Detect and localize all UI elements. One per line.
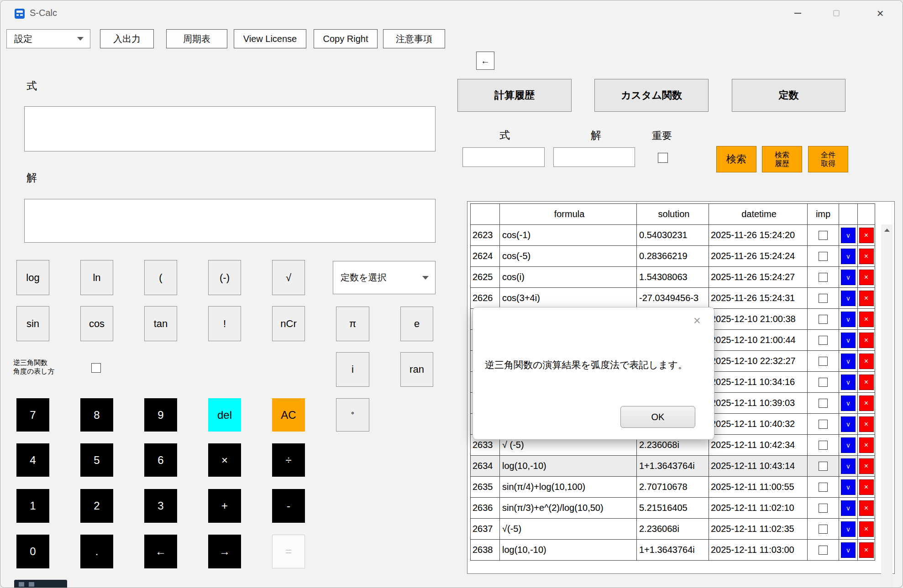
table-row[interactable]: 2634 log(10,-10) 1+1.3643764i 2025-12-11… bbox=[471, 456, 875, 477]
row-delete-button[interactable]: × bbox=[859, 542, 874, 558]
row-flag-button[interactable]: v bbox=[841, 437, 856, 453]
search-button[interactable]: 検索 bbox=[716, 146, 756, 172]
table-row[interactable]: 2638 log(10,-10) 1+1.3643764i 2025-12-11… bbox=[471, 540, 875, 561]
close-button[interactable]: × bbox=[866, 0, 894, 26]
imp-checkbox[interactable] bbox=[819, 231, 828, 240]
row-flag-button[interactable]: v bbox=[841, 333, 856, 348]
row-flag-button[interactable]: v bbox=[841, 375, 856, 390]
row-flag-button[interactable]: v bbox=[841, 270, 856, 285]
row-delete-button[interactable]: × bbox=[859, 270, 874, 285]
key-3[interactable]: 3 bbox=[144, 489, 177, 523]
minus-key[interactable]: - bbox=[272, 489, 305, 523]
row-delete-button[interactable]: × bbox=[859, 249, 874, 264]
all-clear-key[interactable]: AC bbox=[272, 398, 305, 432]
table-row[interactable]: 2624 cos(-5) 0.28366219 2025-11-26 15:24… bbox=[471, 246, 875, 267]
col-datetime-header[interactable]: datetime bbox=[709, 204, 808, 225]
row-delete-button[interactable]: × bbox=[859, 437, 874, 453]
back-button[interactable]: ← bbox=[476, 52, 494, 70]
table-row[interactable]: 2636 sin(π/3)+e^(2)/log(10,50) 5.2151640… bbox=[471, 498, 875, 519]
imp-checkbox[interactable] bbox=[819, 462, 828, 471]
e-button[interactable]: e bbox=[400, 307, 433, 341]
multiply-key[interactable]: × bbox=[208, 443, 241, 477]
table-row[interactable]: 2626 cos(3+4i) -27.0349456-3 2025-11-26 … bbox=[471, 288, 875, 309]
search-formula-input[interactable] bbox=[462, 147, 545, 167]
dialog-close-button[interactable]: × bbox=[688, 312, 706, 329]
key-9[interactable]: 9 bbox=[144, 398, 177, 432]
row-flag-button[interactable]: v bbox=[841, 458, 856, 474]
row-flag-button[interactable]: v bbox=[841, 249, 856, 264]
cursor-right-key[interactable]: → bbox=[208, 535, 241, 568]
imp-checkbox[interactable] bbox=[819, 252, 828, 261]
constant-select[interactable]: 定数を選択 bbox=[333, 261, 436, 294]
row-flag-button[interactable]: v bbox=[841, 312, 856, 327]
row-flag-button[interactable]: v bbox=[841, 500, 856, 516]
key-8[interactable]: 8 bbox=[80, 398, 113, 432]
row-flag-button[interactable]: v bbox=[841, 228, 856, 243]
delete-key[interactable]: del bbox=[208, 398, 241, 432]
row-delete-button[interactable]: × bbox=[859, 375, 874, 390]
imp-checkbox[interactable] bbox=[819, 420, 828, 429]
row-flag-button[interactable]: v bbox=[841, 395, 856, 411]
table-row[interactable]: 2625 cos(i) 1.54308063 2025-11-26 15:24:… bbox=[471, 267, 875, 288]
row-flag-button[interactable]: v bbox=[841, 416, 856, 432]
maximize-button[interactable] bbox=[822, 0, 850, 26]
col-id-header[interactable] bbox=[471, 204, 500, 225]
table-row[interactable]: 2635 sin(π/4)+log(10,100) 2.70710678 202… bbox=[471, 477, 875, 498]
row-flag-button[interactable]: v bbox=[841, 542, 856, 558]
col-imp-header[interactable]: imp bbox=[808, 204, 839, 225]
col-solution-header[interactable]: solution bbox=[637, 204, 709, 225]
ncr-button[interactable]: nCr bbox=[272, 306, 305, 341]
imp-checkbox[interactable] bbox=[819, 273, 828, 282]
imp-checkbox[interactable] bbox=[819, 336, 828, 345]
row-delete-button[interactable]: × bbox=[859, 458, 874, 474]
copyright-button[interactable]: Copy Right bbox=[314, 29, 378, 48]
scroll-up-button[interactable] bbox=[881, 224, 892, 236]
equals-key[interactable]: = bbox=[272, 535, 305, 568]
imp-checkbox[interactable] bbox=[819, 483, 828, 492]
imp-checkbox[interactable] bbox=[819, 525, 828, 534]
ok-button[interactable]: OK bbox=[620, 406, 695, 428]
row-delete-button[interactable]: × bbox=[859, 479, 874, 495]
sqrt-button[interactable]: √ bbox=[272, 260, 305, 295]
periodic-table-button[interactable]: 周期表 bbox=[166, 29, 227, 48]
table-row[interactable]: 2637 √(-5) 2.236068i 2025-12-11 11:02:35… bbox=[471, 519, 875, 540]
formula-display[interactable] bbox=[24, 106, 436, 151]
key-2[interactable]: 2 bbox=[80, 489, 113, 523]
plus-key[interactable]: + bbox=[208, 489, 241, 523]
row-delete-button[interactable]: × bbox=[859, 416, 874, 432]
imp-checkbox[interactable] bbox=[819, 504, 828, 513]
table-scrollbar[interactable] bbox=[881, 224, 892, 588]
col-formula-header[interactable]: formula bbox=[500, 204, 637, 225]
row-delete-button[interactable]: × bbox=[859, 500, 874, 516]
row-delete-button[interactable]: × bbox=[859, 395, 874, 411]
row-delete-button[interactable]: × bbox=[859, 312, 874, 327]
constants-button[interactable]: 定数 bbox=[732, 79, 845, 112]
imp-checkbox[interactable] bbox=[819, 378, 828, 387]
pi-button[interactable]: π bbox=[336, 307, 369, 341]
custom-functions-button[interactable]: カスタム関数 bbox=[594, 79, 709, 112]
key-7[interactable]: 7 bbox=[16, 398, 49, 432]
imp-checkbox[interactable] bbox=[819, 399, 828, 408]
row-flag-button[interactable]: v bbox=[841, 521, 856, 537]
row-flag-button[interactable]: v bbox=[841, 354, 856, 369]
cursor-left-key[interactable]: ← bbox=[144, 535, 177, 568]
degree-key[interactable]: ° bbox=[336, 398, 369, 432]
inverse-trig-checkbox[interactable] bbox=[91, 363, 101, 373]
imp-checkbox[interactable] bbox=[819, 441, 828, 450]
solution-display[interactable] bbox=[24, 199, 436, 243]
dot-key[interactable]: . bbox=[80, 535, 113, 568]
row-delete-button[interactable]: × bbox=[859, 333, 874, 348]
key-5[interactable]: 5 bbox=[80, 443, 113, 477]
imp-checkbox[interactable] bbox=[819, 546, 828, 555]
settings-select[interactable]: 設定 bbox=[6, 29, 90, 48]
important-checkbox[interactable] bbox=[658, 153, 668, 163]
fetch-all-button[interactable]: 全件 取得 bbox=[808, 146, 848, 172]
row-flag-button[interactable]: v bbox=[841, 291, 856, 306]
imp-checkbox[interactable] bbox=[819, 357, 828, 366]
paren-button[interactable]: ( bbox=[144, 260, 177, 295]
factorial-button[interactable]: ! bbox=[208, 306, 241, 341]
row-delete-button[interactable]: × bbox=[859, 228, 874, 243]
imp-checkbox[interactable] bbox=[819, 315, 828, 324]
table-row[interactable]: 2623 cos(-1) 0.54030231 2025-11-26 15:24… bbox=[471, 225, 875, 246]
negate-button[interactable]: (-) bbox=[208, 260, 241, 295]
